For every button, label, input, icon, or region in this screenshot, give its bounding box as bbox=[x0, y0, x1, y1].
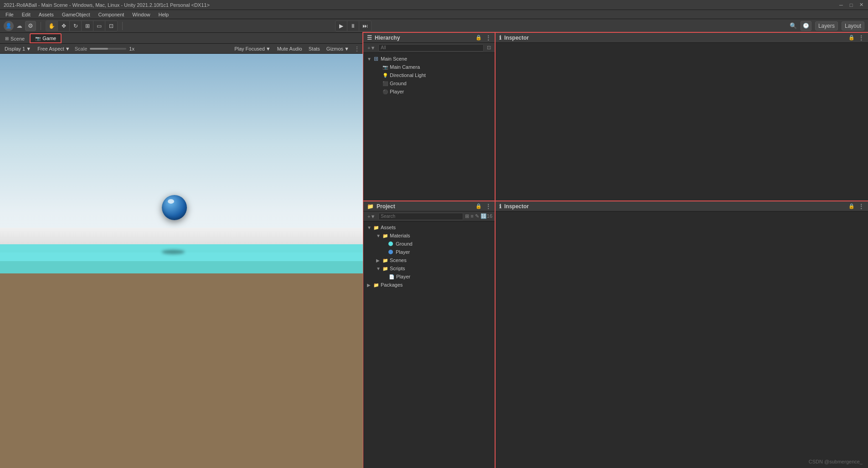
game-display-arrow: ▼ bbox=[26, 46, 31, 51]
tree-item-packages[interactable]: ▶ 📁 Packages bbox=[363, 281, 495, 289]
menu-bar: File Edit Assets GameObject Component Wi… bbox=[0, 10, 868, 19]
inspector-panel: ℹ Inspector 🔒 ⋮ bbox=[496, 33, 868, 201]
step-button[interactable]: ⏭ bbox=[359, 21, 371, 31]
search-icon[interactable]: 🔍 bbox=[790, 22, 797, 29]
tree-item-player[interactable]: ⚫ Player bbox=[363, 87, 495, 96]
player-ball bbox=[162, 195, 187, 220]
game-view-menu[interactable]: ⋮ bbox=[354, 45, 360, 52]
tab-game[interactable]: 📷 Game bbox=[30, 33, 62, 43]
menu-window[interactable]: Window bbox=[129, 11, 154, 18]
player-script-icon: 📄 bbox=[388, 273, 395, 280]
camera-icon: 📷 bbox=[382, 64, 388, 70]
inspector-bottom-lock-button[interactable]: 🔒 bbox=[847, 203, 856, 210]
hierarchy-search-input[interactable] bbox=[378, 44, 484, 51]
right-panels: ☰ Hierarchy 🔒 ⋮ +▼ ⊡ ▼ ⊞ bbox=[363, 33, 868, 468]
cloud-icon[interactable]: ☁ bbox=[16, 22, 22, 29]
tree-item-assets[interactable]: ▼ 📁 Assets bbox=[363, 223, 495, 231]
scale-value: 1x bbox=[129, 46, 134, 51]
ground-plane bbox=[0, 261, 363, 468]
title-bar: 2021-RollABall - Main Scene - Windows, M… bbox=[0, 0, 868, 10]
tree-item-player-script[interactable]: 📄 Player bbox=[363, 273, 495, 281]
playmode-controls: ▶ ⏸ ⏭ bbox=[335, 21, 372, 31]
tree-item-materials[interactable]: ▼ 📁 Materials bbox=[363, 231, 495, 240]
scale-slider[interactable] bbox=[90, 48, 126, 50]
main-layout: ⊞ Scene 📷 Game Display 1 ▼ Free Aspect ▼… bbox=[0, 33, 868, 468]
stats-button[interactable]: Stats bbox=[307, 46, 322, 52]
layers-dropdown[interactable]: Layers bbox=[815, 21, 838, 31]
inspector-bottom-icon: ℹ bbox=[499, 203, 501, 210]
game-display-dropdown[interactable]: Display 1 ▼ bbox=[3, 46, 33, 52]
player-script-label: Player bbox=[396, 274, 410, 279]
menu-help[interactable]: Help bbox=[155, 11, 172, 18]
account-icon[interactable]: 👤 bbox=[4, 21, 14, 31]
mute-audio-button[interactable]: Mute Audio bbox=[275, 46, 304, 52]
hierarchy-add-button[interactable]: +▼ bbox=[366, 45, 377, 51]
inspector-lock-button[interactable]: 🔒 bbox=[847, 34, 856, 41]
tree-item-player-material[interactable]: Player bbox=[363, 248, 495, 256]
main-scene-icon: ⊞ bbox=[373, 56, 379, 62]
rotate-tool-button[interactable]: ↻ bbox=[70, 21, 82, 31]
rect-tool-button[interactable]: ▭ bbox=[93, 21, 105, 31]
tree-item-scenes[interactable]: ▶ 📁 Scenes bbox=[363, 256, 495, 264]
menu-assets[interactable]: Assets bbox=[35, 11, 57, 18]
gizmos-dropdown[interactable]: Gizmos ▼ bbox=[325, 46, 351, 52]
hierarchy-filter-button[interactable]: ⊡ bbox=[486, 44, 492, 51]
menu-gameobject[interactable]: GameObject bbox=[58, 11, 94, 18]
inspector-bottom-menu-button[interactable]: ⋮ bbox=[858, 203, 864, 210]
menu-edit[interactable]: Edit bbox=[18, 11, 34, 18]
hierarchy-lock-button[interactable]: 🔒 bbox=[474, 34, 483, 41]
play-focused-dropdown[interactable]: Play Focused ▼ bbox=[232, 46, 273, 52]
player-icon: ⚫ bbox=[382, 88, 388, 95]
history-icon[interactable]: 🕐 bbox=[801, 21, 811, 31]
watermark: CSDN @submergence_ bbox=[809, 459, 863, 464]
project-lock-button[interactable]: 🔒 bbox=[474, 203, 483, 210]
maximize-button[interactable]: □ bbox=[848, 2, 854, 8]
project-menu-button[interactable]: ⋮ bbox=[485, 203, 491, 210]
menu-component[interactable]: Component bbox=[94, 11, 128, 18]
player-material-icon bbox=[388, 250, 393, 254]
settings-icon[interactable]: ⚙ bbox=[25, 21, 36, 31]
project-icon: 📁 bbox=[367, 203, 374, 210]
left-panel: ⊞ Scene 📷 Game Display 1 ▼ Free Aspect ▼… bbox=[0, 33, 363, 468]
menu-file[interactable]: File bbox=[2, 11, 17, 18]
hierarchy-header: ☰ Hierarchy 🔒 ⋮ bbox=[363, 33, 495, 43]
cyan-strip bbox=[0, 244, 363, 273]
layout-dropdown[interactable]: Layout bbox=[842, 21, 864, 31]
transform-tool-button[interactable]: ⊡ bbox=[105, 21, 117, 31]
tree-item-ground[interactable]: ⬛ Ground bbox=[363, 79, 495, 87]
hierarchy-menu-button[interactable]: ⋮ bbox=[485, 34, 491, 41]
tab-scene[interactable]: ⊞ Scene bbox=[0, 33, 30, 43]
materials-folder-icon: 📁 bbox=[382, 232, 388, 239]
packages-label: Packages bbox=[381, 282, 403, 288]
main-scene-label: Main Scene bbox=[381, 56, 407, 62]
project-view-icons[interactable]: ⊞ ≡ ✎ 🔢16 bbox=[465, 213, 492, 219]
tree-item-main-scene[interactable]: ▼ ⊞ Main Scene bbox=[363, 55, 495, 63]
main-scene-arrow: ▼ bbox=[367, 57, 372, 62]
minimize-button[interactable]: ─ bbox=[838, 2, 844, 8]
project-add-button[interactable]: +▼ bbox=[366, 213, 377, 220]
scale-text: Scale bbox=[75, 46, 88, 51]
tree-item-main-camera[interactable]: 📷 Main Camera bbox=[363, 63, 495, 71]
inspector-bottom-header: ℹ Inspector 🔒 ⋮ bbox=[496, 201, 868, 211]
pause-button[interactable]: ⏸ bbox=[347, 21, 359, 31]
move-tool-button[interactable]: ✥ bbox=[58, 21, 70, 31]
play-focused-label: Play Focused bbox=[234, 46, 265, 51]
inspector-header-right: 🔒 ⋮ bbox=[847, 34, 864, 41]
inspector-menu-button[interactable]: ⋮ bbox=[858, 34, 864, 41]
inspector-bottom-title: Inspector bbox=[504, 203, 529, 210]
tree-item-scripts[interactable]: ▼ 📁 Scripts bbox=[363, 264, 495, 273]
player-material-label: Player bbox=[396, 249, 410, 255]
hierarchy-toolbar: +▼ ⊡ bbox=[363, 43, 495, 53]
hand-tool-button[interactable]: ✋ bbox=[46, 21, 58, 31]
close-button[interactable]: ✕ bbox=[858, 2, 864, 8]
tree-item-directional-light[interactable]: 💡 Directional Light bbox=[363, 71, 495, 79]
tree-item-ground-material[interactable]: Ground bbox=[363, 240, 495, 248]
ground-icon: ⬛ bbox=[382, 80, 388, 87]
materials-label: Materials bbox=[390, 233, 410, 238]
aspect-dropdown[interactable]: Free Aspect ▼ bbox=[36, 46, 72, 52]
play-button[interactable]: ▶ bbox=[336, 21, 347, 31]
directional-light-label: Directional Light bbox=[390, 72, 426, 78]
inspector-bottom-content bbox=[496, 211, 868, 468]
scale-tool-button[interactable]: ⊞ bbox=[82, 21, 93, 31]
project-search-input[interactable] bbox=[378, 213, 463, 220]
